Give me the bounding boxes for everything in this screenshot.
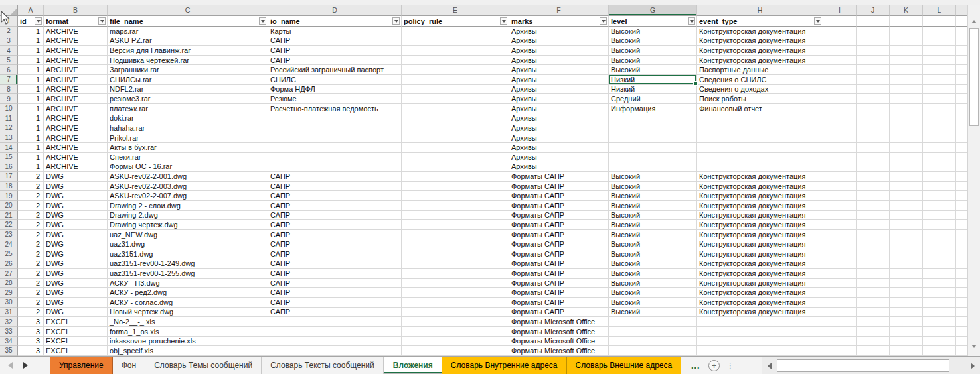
cell-L9[interactable] <box>923 94 956 104</box>
cell-D14[interactable] <box>268 143 402 153</box>
row-number-23[interactable]: 23 <box>0 230 18 240</box>
cell-x3[interactable] <box>956 36 967 46</box>
cell-K15[interactable] <box>890 153 923 162</box>
cell-C34[interactable]: inkassovoe-poruchenie.xls <box>108 337 268 347</box>
cell-I9[interactable] <box>823 94 857 104</box>
cell-B5[interactable]: ARCHIVE <box>44 56 108 66</box>
cell-x23[interactable] <box>956 230 967 240</box>
cell-x28[interactable] <box>956 279 967 288</box>
cell-D12[interactable] <box>268 123 402 133</box>
cell-G22[interactable]: Высокий <box>609 220 697 230</box>
cell-L5[interactable] <box>923 56 956 66</box>
cell-H21[interactable]: Конструкторская документация <box>697 211 823 221</box>
cell-C2[interactable]: maps.rar <box>108 27 268 36</box>
cell-L10[interactable] <box>923 104 956 114</box>
cell-I19[interactable] <box>823 191 857 201</box>
cell-A20[interactable]: 2 <box>18 201 44 211</box>
column-letter-B[interactable]: B <box>44 5 108 16</box>
cell-B35[interactable]: EXCEL <box>44 346 108 356</box>
cell-I20[interactable] <box>823 201 857 211</box>
cell-x31[interactable] <box>956 308 967 318</box>
cell-L14[interactable] <box>923 143 956 153</box>
cell-G28[interactable]: Высокий <box>609 279 697 288</box>
cell-B4[interactable]: ARCHIVE <box>44 46 108 56</box>
cell-E4[interactable] <box>402 46 509 56</box>
cell-E14[interactable] <box>402 143 509 153</box>
cell-A27[interactable]: 2 <box>18 269 44 279</box>
cell-H22[interactable]: Конструкторская документация <box>697 220 823 230</box>
filter-dropdown-icon[interactable] <box>688 17 695 25</box>
cell-F30[interactable]: Форматы САПР <box>509 298 609 308</box>
cell-L13[interactable] <box>923 133 956 143</box>
hscroll-right-icon[interactable] <box>971 363 975 369</box>
cell-D31[interactable]: САПР <box>268 308 402 318</box>
cell-B22[interactable]: DWG <box>44 220 108 230</box>
cell-K33[interactable] <box>890 327 923 337</box>
filter-dropdown-icon[interactable] <box>392 17 400 25</box>
cell-F17[interactable]: Форматы САПР <box>509 172 609 182</box>
cell-C12[interactable]: hahaha.rar <box>108 123 268 133</box>
cell-F35[interactable]: Форматы Microsoft Office <box>509 346 609 356</box>
cell-D24[interactable]: САПР <box>268 239 402 249</box>
cell-L8[interactable] <box>923 85 956 95</box>
cell-G18[interactable]: Высокий <box>609 182 697 192</box>
cell-K23[interactable] <box>890 230 923 240</box>
cell-G29[interactable]: Высокий <box>609 288 697 298</box>
cell-B15[interactable]: ARCHIVE <box>44 153 108 162</box>
cell-F34[interactable]: Форматы Microsoft Office <box>509 337 609 347</box>
cell-F21[interactable]: Форматы САПР <box>509 211 609 221</box>
cell-E27[interactable] <box>402 269 509 279</box>
cell-x15[interactable] <box>956 153 967 162</box>
cell-x33[interactable] <box>956 327 967 337</box>
cell-D18[interactable]: САПР <box>268 182 402 192</box>
cell-A22[interactable]: 2 <box>18 220 44 230</box>
cell-D10[interactable]: Расчетно-платежная ведомость <box>268 104 402 114</box>
cell-C23[interactable]: uaz_NEW.dwg <box>108 230 268 240</box>
cell-D33[interactable] <box>268 327 402 337</box>
cell-K34[interactable] <box>890 337 923 347</box>
cell-C26[interactable]: uaz3151-rev00-1-249.dwg <box>108 259 268 269</box>
cell-E9[interactable] <box>402 94 509 104</box>
cell-F33[interactable]: Форматы Microsoft Office <box>509 327 609 337</box>
cell-E25[interactable] <box>402 249 509 259</box>
cell-J22[interactable] <box>857 220 890 230</box>
cell-K28[interactable] <box>890 279 923 288</box>
cell-J24[interactable] <box>857 239 890 249</box>
cell-L24[interactable] <box>923 239 956 249</box>
selection-fill-handle[interactable] <box>693 81 698 86</box>
cell-K3[interactable] <box>890 36 923 46</box>
cell-L31[interactable] <box>923 308 956 318</box>
cell-A31[interactable]: 2 <box>18 308 44 318</box>
cell-G14[interactable] <box>609 143 697 153</box>
cell-x29[interactable] <box>956 288 967 298</box>
cell-I29[interactable] <box>823 288 857 298</box>
cell-C24[interactable]: uaz31.dwg <box>108 239 268 249</box>
scroll-up-button[interactable] <box>968 16 980 27</box>
cell-x11[interactable] <box>956 113 967 123</box>
cell-B34[interactable]: EXCEL <box>44 337 108 347</box>
cell-B33[interactable]: EXCEL <box>44 327 108 337</box>
cell-K18[interactable] <box>890 182 923 192</box>
cell-B16[interactable]: ARCHIVE <box>44 162 108 172</box>
row-number-16[interactable]: 16 <box>0 162 18 172</box>
cell-I4[interactable] <box>823 46 857 56</box>
cell-E6[interactable] <box>402 65 509 75</box>
column-letter-K[interactable]: K <box>890 5 923 16</box>
cell-C13[interactable]: Prikol.rar <box>108 133 268 143</box>
cell-K32[interactable] <box>890 317 923 327</box>
row-number-27[interactable]: 27 <box>0 269 18 279</box>
cell-E2[interactable] <box>402 27 509 36</box>
cell-G3[interactable]: Высокий <box>609 36 697 46</box>
cell-I13[interactable] <box>823 133 857 143</box>
cell-F18[interactable]: Форматы САПР <box>509 182 609 192</box>
cell-B23[interactable]: DWG <box>44 230 108 240</box>
cell-B17[interactable]: DWG <box>44 172 108 182</box>
cell-G20[interactable]: Высокий <box>609 201 697 211</box>
cell-H23[interactable]: Конструкторская документация <box>697 230 823 240</box>
cell-A7[interactable]: 1 <box>18 75 44 85</box>
cell-L6[interactable] <box>923 65 956 75</box>
cell-H11[interactable] <box>697 113 823 123</box>
cell-x9[interactable] <box>956 94 967 104</box>
cell-J19[interactable] <box>857 191 890 201</box>
cell-A6[interactable]: 1 <box>18 65 44 75</box>
